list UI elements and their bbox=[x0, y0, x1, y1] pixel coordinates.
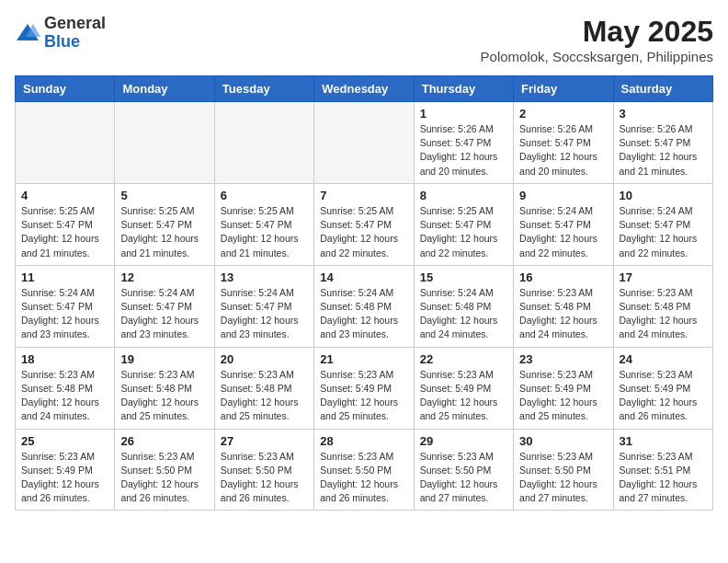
day-info: Sunrise: 5:23 AM Sunset: 5:48 PM Dayligh… bbox=[221, 368, 308, 424]
day-info: Sunrise: 5:23 AM Sunset: 5:49 PM Dayligh… bbox=[420, 368, 507, 424]
header-wednesday: Wednesday bbox=[314, 76, 414, 102]
day-number: 21 bbox=[320, 352, 407, 366]
day-number: 31 bbox=[620, 434, 707, 448]
day-cell: 30Sunrise: 5:23 AM Sunset: 5:50 PM Dayli… bbox=[514, 429, 613, 511]
logo: General Blue bbox=[15, 15, 106, 52]
day-info: Sunrise: 5:23 AM Sunset: 5:51 PM Dayligh… bbox=[620, 450, 707, 506]
day-info: Sunrise: 5:23 AM Sunset: 5:48 PM Dayligh… bbox=[519, 286, 607, 342]
day-number: 19 bbox=[120, 352, 208, 366]
day-number: 2 bbox=[519, 107, 607, 121]
day-info: Sunrise: 5:23 AM Sunset: 5:48 PM Dayligh… bbox=[120, 368, 208, 424]
day-cell: 10Sunrise: 5:24 AM Sunset: 5:47 PM Dayli… bbox=[613, 183, 712, 265]
day-number: 10 bbox=[620, 189, 707, 202]
day-cell: 1Sunrise: 5:26 AM Sunset: 5:47 PM Daylig… bbox=[414, 102, 513, 184]
day-cell: 18Sunrise: 5:23 AM Sunset: 5:48 PM Dayli… bbox=[16, 347, 115, 429]
day-cell: 22Sunrise: 5:23 AM Sunset: 5:49 PM Dayli… bbox=[414, 347, 513, 429]
day-number: 12 bbox=[120, 270, 208, 284]
day-number: 7 bbox=[320, 189, 407, 202]
day-info: Sunrise: 5:23 AM Sunset: 5:49 PM Dayligh… bbox=[519, 368, 607, 424]
day-number: 4 bbox=[21, 189, 108, 202]
day-number: 11 bbox=[21, 270, 108, 284]
day-info: Sunrise: 5:24 AM Sunset: 5:47 PM Dayligh… bbox=[519, 204, 607, 260]
day-cell: 23Sunrise: 5:23 AM Sunset: 5:49 PM Dayli… bbox=[514, 347, 613, 429]
day-info: Sunrise: 5:24 AM Sunset: 5:47 PM Dayligh… bbox=[221, 286, 308, 342]
day-cell: 12Sunrise: 5:24 AM Sunset: 5:47 PM Dayli… bbox=[115, 265, 214, 347]
day-cell: 3Sunrise: 5:26 AM Sunset: 5:47 PM Daylig… bbox=[613, 102, 712, 184]
day-number: 24 bbox=[620, 352, 707, 366]
day-cell: 15Sunrise: 5:24 AM Sunset: 5:48 PM Dayli… bbox=[414, 265, 513, 347]
day-number: 27 bbox=[221, 434, 308, 448]
day-number: 29 bbox=[420, 434, 507, 448]
day-cell: 20Sunrise: 5:23 AM Sunset: 5:48 PM Dayli… bbox=[214, 347, 313, 429]
header-thursday: Thursday bbox=[414, 76, 513, 102]
day-info: Sunrise: 5:23 AM Sunset: 5:50 PM Dayligh… bbox=[420, 450, 507, 506]
header: General Blue May 2025 Polomolok, Soccsks… bbox=[15, 15, 713, 64]
logo-text: General Blue bbox=[44, 15, 106, 52]
day-number: 26 bbox=[120, 434, 208, 448]
header-monday: Monday bbox=[115, 76, 214, 102]
day-cell: 19Sunrise: 5:23 AM Sunset: 5:48 PM Dayli… bbox=[115, 347, 214, 429]
day-cell: 27Sunrise: 5:23 AM Sunset: 5:50 PM Dayli… bbox=[214, 429, 313, 511]
days-header-row: SundayMondayTuesdayWednesdayThursdayFrid… bbox=[16, 76, 713, 102]
day-cell: 24Sunrise: 5:23 AM Sunset: 5:49 PM Dayli… bbox=[613, 347, 712, 429]
week-row-2: 4Sunrise: 5:25 AM Sunset: 5:47 PM Daylig… bbox=[16, 183, 713, 265]
day-cell: 5Sunrise: 5:25 AM Sunset: 5:47 PM Daylig… bbox=[115, 183, 214, 265]
day-cell: 6Sunrise: 5:25 AM Sunset: 5:47 PM Daylig… bbox=[214, 183, 313, 265]
week-row-5: 25Sunrise: 5:23 AM Sunset: 5:49 PM Dayli… bbox=[16, 429, 713, 511]
day-info: Sunrise: 5:24 AM Sunset: 5:48 PM Dayligh… bbox=[420, 286, 507, 342]
day-number: 20 bbox=[221, 352, 308, 366]
day-cell: 25Sunrise: 5:23 AM Sunset: 5:49 PM Dayli… bbox=[16, 429, 115, 511]
day-cell: 2Sunrise: 5:26 AM Sunset: 5:47 PM Daylig… bbox=[514, 102, 613, 184]
header-saturday: Saturday bbox=[613, 76, 712, 102]
day-info: Sunrise: 5:25 AM Sunset: 5:47 PM Dayligh… bbox=[320, 204, 407, 260]
day-cell: 28Sunrise: 5:23 AM Sunset: 5:50 PM Dayli… bbox=[314, 429, 414, 511]
day-cell: 14Sunrise: 5:24 AM Sunset: 5:48 PM Dayli… bbox=[314, 265, 414, 347]
title-area: May 2025 Polomolok, Soccsksargen, Philip… bbox=[481, 15, 713, 64]
header-tuesday: Tuesday bbox=[214, 76, 313, 102]
logo-icon bbox=[15, 20, 40, 46]
day-cell bbox=[314, 102, 414, 184]
day-number: 28 bbox=[320, 434, 407, 448]
day-cell: 26Sunrise: 5:23 AM Sunset: 5:50 PM Dayli… bbox=[115, 429, 214, 511]
day-info: Sunrise: 5:24 AM Sunset: 5:47 PM Dayligh… bbox=[120, 286, 208, 342]
day-info: Sunrise: 5:23 AM Sunset: 5:49 PM Dayligh… bbox=[21, 450, 108, 506]
day-cell: 9Sunrise: 5:24 AM Sunset: 5:47 PM Daylig… bbox=[514, 183, 613, 265]
day-info: Sunrise: 5:25 AM Sunset: 5:47 PM Dayligh… bbox=[221, 204, 308, 260]
day-info: Sunrise: 5:24 AM Sunset: 5:47 PM Dayligh… bbox=[620, 204, 707, 260]
day-info: Sunrise: 5:23 AM Sunset: 5:50 PM Dayligh… bbox=[519, 450, 607, 506]
week-row-3: 11Sunrise: 5:24 AM Sunset: 5:47 PM Dayli… bbox=[16, 265, 713, 347]
day-info: Sunrise: 5:23 AM Sunset: 5:48 PM Dayligh… bbox=[21, 368, 108, 424]
day-number: 30 bbox=[519, 434, 607, 448]
day-number: 1 bbox=[420, 107, 507, 121]
day-number: 16 bbox=[519, 270, 607, 284]
header-friday: Friday bbox=[514, 76, 613, 102]
day-info: Sunrise: 5:25 AM Sunset: 5:47 PM Dayligh… bbox=[420, 204, 507, 260]
day-number: 18 bbox=[21, 352, 108, 366]
month-title: May 2025 bbox=[481, 15, 713, 49]
day-cell: 13Sunrise: 5:24 AM Sunset: 5:47 PM Dayli… bbox=[214, 265, 313, 347]
day-cell: 11Sunrise: 5:24 AM Sunset: 5:47 PM Dayli… bbox=[16, 265, 115, 347]
calendar-table: SundayMondayTuesdayWednesdayThursdayFrid… bbox=[15, 75, 713, 511]
day-info: Sunrise: 5:23 AM Sunset: 5:48 PM Dayligh… bbox=[620, 286, 707, 342]
day-number: 15 bbox=[420, 270, 507, 284]
week-row-4: 18Sunrise: 5:23 AM Sunset: 5:48 PM Dayli… bbox=[16, 347, 713, 429]
day-cell: 29Sunrise: 5:23 AM Sunset: 5:50 PM Dayli… bbox=[414, 429, 513, 511]
day-cell bbox=[214, 102, 313, 184]
logo-blue: Blue bbox=[44, 33, 106, 52]
day-info: Sunrise: 5:23 AM Sunset: 5:50 PM Dayligh… bbox=[221, 450, 308, 506]
day-cell: 16Sunrise: 5:23 AM Sunset: 5:48 PM Dayli… bbox=[514, 265, 613, 347]
day-cell: 4Sunrise: 5:25 AM Sunset: 5:47 PM Daylig… bbox=[16, 183, 115, 265]
day-info: Sunrise: 5:24 AM Sunset: 5:48 PM Dayligh… bbox=[320, 286, 407, 342]
location-title: Polomolok, Soccsksargen, Philippines bbox=[481, 49, 713, 64]
day-number: 17 bbox=[620, 270, 707, 284]
day-number: 9 bbox=[519, 189, 607, 202]
day-info: Sunrise: 5:25 AM Sunset: 5:47 PM Dayligh… bbox=[21, 204, 108, 260]
day-info: Sunrise: 5:26 AM Sunset: 5:47 PM Dayligh… bbox=[620, 122, 707, 178]
header-sunday: Sunday bbox=[16, 76, 115, 102]
day-number: 3 bbox=[620, 107, 707, 121]
day-cell bbox=[115, 102, 214, 184]
day-number: 23 bbox=[519, 352, 607, 366]
day-cell: 21Sunrise: 5:23 AM Sunset: 5:49 PM Dayli… bbox=[314, 347, 414, 429]
day-number: 5 bbox=[120, 189, 208, 202]
day-cell: 17Sunrise: 5:23 AM Sunset: 5:48 PM Dayli… bbox=[613, 265, 712, 347]
